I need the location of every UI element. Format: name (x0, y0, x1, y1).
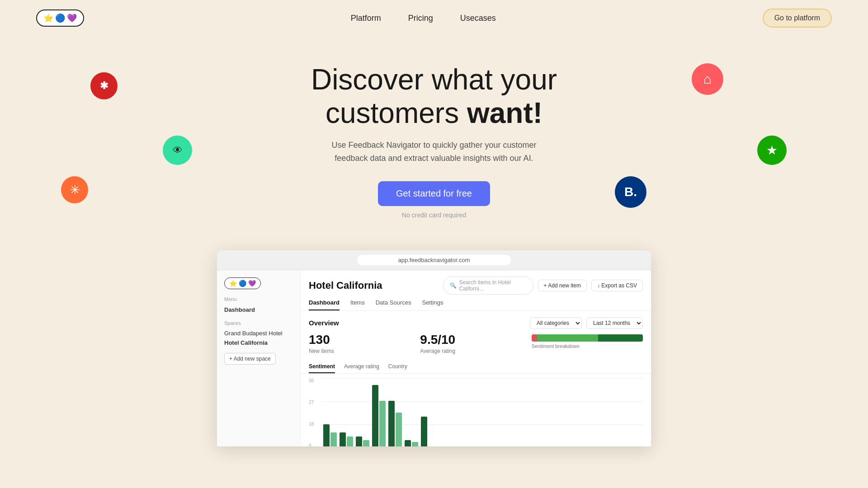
sidebar-space-hotel-california[interactable]: Hotel California (224, 338, 293, 347)
hero-section: ✱ ⌂ 👁 ★ ✳ B. Discover what your customer… (0, 36, 868, 237)
y-label-36: 36 (309, 378, 314, 383)
sentiment-positive-dark (598, 334, 643, 342)
sidebar-logo-circle: 🔵 (239, 280, 246, 287)
average-rating-value: 9.5/10 (420, 333, 531, 347)
url-bar: app.feedbacknavigator.com (357, 255, 511, 265)
search-placeholder: Search items in Hotel Californi... (459, 279, 527, 292)
hero-subtext: Use Feedback Navigator to quickly gather… (316, 139, 552, 165)
y-label-27: 27 (309, 400, 314, 405)
logo[interactable]: ⭐ 🔵 💜 (36, 9, 84, 27)
search-icon: 🔍 (450, 282, 457, 289)
navbar: ⭐ 🔵 💜 Platform Pricing Usecases Go to pl… (0, 0, 868, 36)
hotel-name: Hotel California (309, 280, 382, 291)
chart-tab-country[interactable]: Country (388, 363, 407, 373)
app-screenshot-container: app.feedbacknavigator.com ⭐ 🔵 💜 Menu Das… (0, 250, 868, 446)
bar-group-6 (421, 417, 427, 446)
tab-items[interactable]: Items (350, 299, 365, 310)
add-new-item-button[interactable]: + Add new item (538, 280, 587, 291)
search-box[interactable]: 🔍 Search items in Hotel Californi... (443, 277, 533, 295)
y-label-18: 18 (309, 422, 314, 427)
go-to-platform-button[interactable]: Go to platform (763, 9, 832, 28)
chart-bars (323, 378, 643, 446)
tab-settings[interactable]: Settings (422, 299, 443, 310)
content-header: Hotel California 🔍 Search items in Hotel… (301, 270, 651, 295)
y-label-9: 9 (309, 443, 314, 446)
export-csv-button[interactable]: ↓ Export as CSV (591, 280, 643, 291)
bar-dark-3 (372, 385, 378, 446)
bar-light-3 (379, 401, 386, 446)
sidebar: ⭐ 🔵 💜 Menu Dashboard Spaces Grand Budape… (217, 270, 301, 446)
nav-platform-link[interactable]: Platform (351, 14, 381, 23)
bar-group-5 (405, 440, 418, 446)
sentiment-positive-light (537, 334, 598, 342)
main-content: Hotel California 🔍 Search items in Hotel… (301, 270, 651, 446)
chart-tab-average-rating[interactable]: Average rating (344, 363, 379, 373)
categories-filter[interactable]: All categories (530, 317, 582, 329)
chart-tabs: Sentiment Average rating Country (301, 358, 651, 374)
booking-icon: B. (615, 176, 646, 208)
bar-dark-4 (388, 401, 395, 446)
sidebar-item-dashboard[interactable]: Dashboard (224, 305, 293, 315)
bar-group-1 (340, 432, 353, 446)
chart-tab-sentiment[interactable]: Sentiment (309, 363, 335, 373)
content-tabs: Dashboard Items Data Sources Settings (301, 295, 651, 311)
nav-pricing-link[interactable]: Pricing (408, 14, 433, 23)
average-rating-label: Average rating (420, 348, 531, 354)
bar-dark-5 (405, 440, 411, 446)
sentiment-negative (532, 334, 537, 342)
no-credit-card-label: No credit card required (9, 211, 859, 219)
other-icon: ✳ (61, 176, 88, 203)
sidebar-logo-star: ⭐ (229, 280, 237, 287)
header-actions: 🔍 Search items in Hotel Californi... + A… (443, 277, 643, 295)
nav-usecases-link[interactable]: Usecases (460, 14, 496, 23)
bar-dark-2 (356, 436, 362, 446)
sidebar-menu-label: Menu (224, 296, 293, 302)
bar-light-0 (330, 432, 337, 446)
airbnb-icon: ⌂ (692, 63, 723, 95)
sidebar-spaces-label: Spaces (224, 320, 293, 326)
chart-area: 36 27 18 9 (301, 374, 651, 446)
logo-heart-icon: 💜 (67, 13, 77, 23)
bar-dark-0 (323, 424, 330, 446)
logo-star-icon: ⭐ (43, 13, 53, 23)
tab-dashboard[interactable]: Dashboard (309, 299, 340, 310)
bar-light-2 (363, 440, 369, 446)
bar-group-0 (323, 424, 337, 446)
bar-dark-1 (340, 432, 346, 446)
new-items-stat: 130 New items (309, 333, 420, 354)
overview-title: Overview (309, 319, 339, 327)
new-items-count: 130 (309, 333, 420, 347)
sidebar-logo-heart: 💜 (248, 280, 256, 287)
sidebar-logo: ⭐ 🔵 💜 (224, 277, 261, 289)
tab-data-sources[interactable]: Data Sources (376, 299, 411, 310)
app-body: ⭐ 🔵 💜 Menu Dashboard Spaces Grand Budape… (217, 270, 651, 446)
chart-y-labels: 36 27 18 9 (309, 378, 314, 446)
bar-light-5 (412, 442, 418, 446)
sentiment-label: Sentiment breakdown (532, 343, 643, 349)
new-items-label: New items (309, 348, 420, 354)
get-started-button[interactable]: Get started for free (378, 181, 490, 206)
browser-bar: app.feedbacknavigator.com (217, 250, 651, 270)
overview-header: Overview All categories Last 12 months (301, 311, 651, 333)
overview-filters: All categories Last 12 months (530, 317, 643, 329)
yelp-icon: ✱ (90, 72, 118, 99)
logo-circle-icon: 🔵 (55, 13, 65, 23)
sentiment-bar-container: Sentiment breakdown (532, 333, 643, 349)
browser-frame: app.feedbacknavigator.com ⭐ 🔵 💜 Menu Das… (217, 250, 651, 446)
bar-light-1 (347, 436, 353, 446)
bar-group-3 (372, 385, 386, 446)
bar-light-4 (396, 413, 402, 446)
stats-row: 130 New items 9.5/10 Average rating S (301, 333, 651, 354)
bar-dark-6 (421, 417, 427, 446)
add-space-button[interactable]: + Add new space (224, 353, 276, 365)
bar-group-2 (356, 436, 369, 446)
nav-links: Platform Pricing Usecases (351, 14, 496, 23)
time-filter[interactable]: Last 12 months (586, 317, 643, 329)
sentiment-bar (532, 334, 643, 342)
tripadvisor-icon: 👁 (163, 136, 192, 165)
hero-heading: Discover what your customers want! (9, 63, 859, 130)
average-rating-stat: 9.5/10 Average rating (420, 333, 531, 354)
bar-group-4 (388, 401, 402, 446)
sidebar-space-grand-budapest[interactable]: Grand Budapest Hotel (224, 328, 293, 338)
trustpilot-icon: ★ (757, 136, 787, 165)
